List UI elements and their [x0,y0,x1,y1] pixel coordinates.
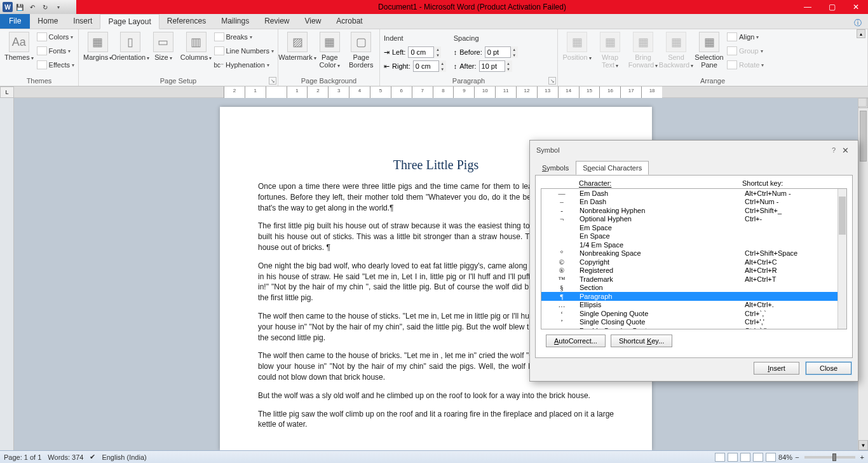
char-row-nonbreaking-hyphen[interactable]: -Nonbreaking HyphenCtrl+Shift+_ [541,206,846,215]
list-scrollbar[interactable] [837,189,846,329]
orientation-button[interactable]: ▯Orientation [115,31,146,62]
char-row-en-space[interactable]: En Space [541,232,846,241]
char-row-1-4-em-space[interactable]: 1/4 Em Space [541,240,846,249]
char-row-nonbreaking-space[interactable]: °Nonbreaking SpaceCtrl+Shift+Space [541,249,846,258]
save-icon[interactable]: 💾 [14,1,25,13]
zoom-slider[interactable] [804,456,855,459]
breaks-button[interactable]: Breaks▾ [214,31,274,43]
breaks-icon [214,32,224,41]
spacing-after-label: After: [459,62,476,70]
print-layout-view[interactable] [715,453,725,462]
char-row-trademark[interactable]: ™TrademarkAlt+Ctrl+T [541,275,846,284]
theme-colors-button[interactable]: Colors▾ [37,31,74,43]
tab-acrobat[interactable]: Acrobat [329,13,370,29]
watermark-button[interactable]: ▨Watermark [282,31,313,62]
char-row-paragraph[interactable]: ¶Paragraph [541,292,846,301]
vertical-ruler[interactable] [0,98,14,450]
dialog-help-icon[interactable]: ? [832,146,836,154]
watermark-icon: ▨ [287,32,308,52]
redo-icon[interactable]: ↻ [39,1,51,13]
title-bar: W 💾 ↶ ↻ Document1 - Microsoft Word (Prod… [0,0,868,14]
quick-access-toolbar: W 💾 ↶ ↻ [0,1,64,13]
rotate-icon [727,60,737,69]
proofing-icon[interactable]: ✔ [90,453,95,461]
line-numbers-button[interactable]: Line Numbers▾ [214,45,274,57]
tab-symbols[interactable]: Symbols [535,161,576,175]
page-color-button[interactable]: ▦Page Color [315,31,344,69]
char-row-single-closing-quote[interactable]: ’Single Closing QuoteCtrl+',' [541,318,846,327]
tab-selector[interactable]: L [0,86,14,98]
tab-page-layout[interactable]: Page Layout [100,14,159,29]
char-row-registered[interactable]: ®RegisteredAlt+Ctrl+R [541,266,846,275]
tab-mailings[interactable]: Mailings [214,13,257,29]
web-layout-view[interactable] [740,453,750,462]
status-words[interactable]: Words: 374 [48,453,83,461]
theme-fonts-button[interactable]: Fonts▾ [37,45,74,57]
ribbon: Aa Themes Colors▾ Fonts▾ Effects▾ Themes… [0,29,868,86]
wrap-text-button: ▦Wrap Text [595,31,625,69]
columns-button[interactable]: ▥Columns [181,31,212,62]
zoom-in-button[interactable]: + [860,453,864,461]
tab-home[interactable]: Home [30,13,65,29]
zoom-out-button[interactable]: − [795,453,799,461]
tab-review[interactable]: Review [257,13,297,29]
align-button[interactable]: Align▾ [727,31,764,43]
zoom-knob[interactable] [832,453,836,461]
char-row-em-dash[interactable]: —Em DashAlt+Ctrl+Num - [541,189,846,198]
scroll-down-button[interactable]: ▼ [858,440,868,450]
char-row-optional-hyphen[interactable]: ¬Optional HyphenCtrl+- [541,215,846,224]
file-tab[interactable]: File [0,13,30,29]
dialog-titlebar[interactable]: Symbol ? ✕ [530,141,858,160]
tab-view[interactable]: View [297,13,329,29]
hyphenation-button[interactable]: bc⁻Hyphenation▾ [214,59,274,71]
help-icon[interactable]: ⓘ [854,18,862,29]
status-page[interactable]: Page: 1 of 1 [4,453,41,461]
char-row-section[interactable]: §Section [541,284,846,293]
dialog-close-icon[interactable]: ✕ [839,146,851,155]
close-window-button[interactable]: ✕ [844,0,868,14]
zoom-level[interactable]: 84% [778,453,792,461]
dialog-title: Symbol [536,146,560,154]
margins-button[interactable]: ▦Margins [83,31,112,62]
undo-icon[interactable]: ↶ [27,1,38,13]
char-row-single-opening-quote[interactable]: ‘Single Opening QuoteCtrl+`,` [541,309,846,318]
selection-pane-button[interactable]: ▦Selection Pane [694,31,724,69]
list-scroll-thumb[interactable] [839,197,846,235]
char-row-en-dash[interactable]: –En DashCtrl+Num - [541,198,846,207]
qat-customize[interactable] [52,1,64,13]
scroll-thumb[interactable] [860,111,867,162]
char-row-ellipsis[interactable]: …EllipsisAlt+Ctrl+. [541,301,846,310]
shortcut-key-button[interactable]: Shortcut Key... [611,335,672,347]
char-row-double-opening-quote[interactable]: "Double Opening QuoteCtrl+`," [541,326,846,329]
char-row-em-space[interactable]: Em Space [541,223,846,232]
close-button[interactable]: Close [806,362,851,375]
page-setup-launcher[interactable]: ↘ [269,77,276,85]
theme-effects-button[interactable]: Effects▾ [37,59,74,71]
autocorrect-button[interactable]: AutoCorrect... [546,335,606,347]
line-numbers-icon [214,46,224,55]
horizontal-ruler[interactable]: 21123456789101112131415161718 [14,86,868,97]
tab-references[interactable]: References [159,13,214,29]
page-borders-icon: ▢ [351,32,371,52]
page-color-icon: ▦ [320,32,340,52]
ruler-toggle-button[interactable] [858,98,867,107]
outline-view[interactable] [753,453,763,462]
paragraph-launcher[interactable]: ↘ [548,77,556,85]
status-language[interactable]: English (India) [102,453,146,461]
draft-view[interactable] [766,453,776,462]
tab-insert[interactable]: Insert [65,13,100,29]
minimize-button[interactable]: — [796,0,820,14]
char-row-copyright[interactable]: ©CopyrightAlt+Ctrl+C [541,258,846,266]
size-icon: ▭ [153,32,173,52]
tab-special-characters[interactable]: Special Characters [576,161,649,175]
maximize-button[interactable]: ▢ [820,0,844,14]
special-characters-list[interactable]: —Em DashAlt+Ctrl+Num -–En DashCtrl+Num -… [541,188,847,329]
insert-button[interactable]: Insert [754,362,799,375]
word-app-icon: W [3,2,13,12]
themes-button[interactable]: Aa Themes [4,31,34,62]
page-borders-button[interactable]: ▢Page Borders [347,31,376,69]
vertical-scrollbar[interactable]: ▲ ▼ [858,98,868,450]
group-objects-button: Group▾ [727,45,764,57]
size-button[interactable]: ▭Size [148,31,178,62]
fullscreen-reading-view[interactable] [728,453,738,462]
